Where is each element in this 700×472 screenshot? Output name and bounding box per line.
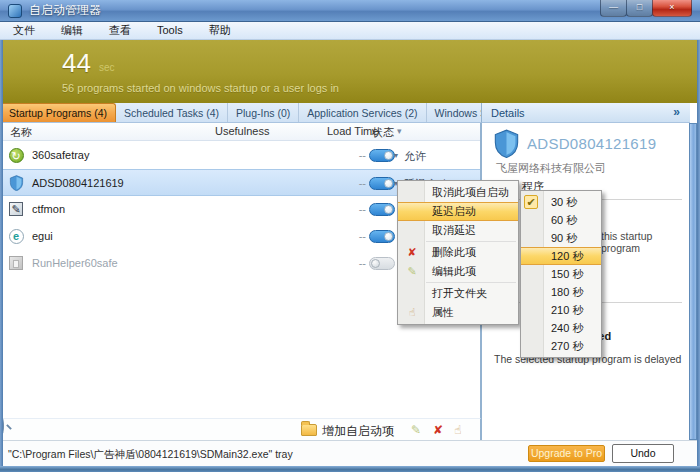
details-shield-icon <box>493 129 520 158</box>
column-name[interactable]: 名称 <box>10 125 32 140</box>
title-bar[interactable]: 自启动管理器 — □ × <box>0 0 700 22</box>
details-item-name: ADSD0804121619 <box>527 135 656 152</box>
delay-submenu: ✔30 秒 60 秒 90 秒 120 秒 150 秒 180 秒 210 秒 … <box>520 190 602 358</box>
list-footer-toolbar: 增加自启动项 ✎ ✘ ☝ <box>0 418 481 440</box>
delay-option-30s[interactable]: ✔30 秒 <box>521 193 601 211</box>
maximize-button[interactable]: □ <box>626 0 653 17</box>
360safetray-icon: ↻ <box>9 148 24 163</box>
shield-icon <box>9 175 24 191</box>
edit-pencil-icon: ✎ <box>404 262 420 281</box>
delete-x-icon: ✘ <box>404 243 420 262</box>
ctfmon-icon: ✎ <box>9 202 23 216</box>
runhelper-icon <box>9 256 23 270</box>
egui-icon: e <box>9 229 24 244</box>
row-name: RunHelper60safe <box>32 257 118 269</box>
context-menu: 取消此项自启动 延迟启动 取消延迟 ✘删除此项 ✎编辑此项 打开文件夹 ☝属性 <box>397 180 519 325</box>
status-bar: "C:\Program Files\广告神盾\0804121619\SDMain… <box>0 440 700 466</box>
delay-option-60s[interactable]: 60 秒 <box>521 211 601 229</box>
menu-help[interactable]: 帮助 <box>196 22 244 39</box>
menu-separator <box>426 282 516 283</box>
details-scrollbar[interactable] <box>689 123 697 440</box>
startup-seconds: 44 <box>62 48 91 79</box>
menu-edit-item[interactable]: ✎编辑此项 <box>398 262 518 281</box>
properties-hand-icon[interactable]: ☝ <box>450 422 466 438</box>
enable-toggle[interactable] <box>369 177 395 190</box>
row-name: egui <box>32 230 53 242</box>
menu-bar: 文件 编辑 查看 Tools 帮助 <box>0 22 700 40</box>
delay-option-210s[interactable]: 210 秒 <box>521 301 601 319</box>
row-load-time: -- <box>350 230 366 242</box>
menu-delete-item[interactable]: ✘删除此项 <box>398 243 518 262</box>
row-name: ctfmon <box>32 203 65 215</box>
undo-changes-button[interactable]: Undo Changes <box>612 444 674 463</box>
row-load-time: -- <box>350 257 366 269</box>
list-header: 名称 Usefulness Load Time 状态 ▾ <box>0 123 480 141</box>
window-border-bottom <box>0 466 700 472</box>
check-icon: ✔ <box>524 195 538 209</box>
minimize-button[interactable]: — <box>600 0 627 17</box>
menu-separator <box>426 241 516 242</box>
menu-properties[interactable]: ☝属性 <box>398 303 518 322</box>
enable-toggle[interactable] <box>369 149 395 162</box>
delete-item-icon[interactable]: ✘ <box>430 422 446 438</box>
window-title: 自启动管理器 <box>29 2 101 19</box>
tab-scheduled-tasks[interactable]: Scheduled Tasks (4) <box>116 103 228 122</box>
enable-toggle[interactable] <box>369 203 395 216</box>
menu-edit[interactable]: 编辑 <box>48 22 96 39</box>
menu-delay-start[interactable]: 延迟启动 <box>398 202 518 221</box>
tab-startup-programs[interactable]: Startup Programs (4) <box>0 103 116 122</box>
tab-strip: Startup Programs (4) Scheduled Tasks (4)… <box>0 103 481 123</box>
column-status[interactable]: 状态 <box>372 125 394 140</box>
upgrade-to-pro-button[interactable]: Upgrade to Pro <box>528 445 605 462</box>
status-filter-caret-icon[interactable]: ▾ <box>397 126 402 136</box>
status-caret-icon[interactable]: ▾ <box>394 151 398 160</box>
delay-option-120s[interactable]: 120 秒 <box>521 247 601 265</box>
details-title: Details <box>491 107 525 119</box>
list-row-360safetray[interactable]: ↻ 360safetray -- ▾ 允许 <box>0 142 480 169</box>
banner-subtitle: 56 programs started on windows startup o… <box>62 82 339 94</box>
delay-option-150s[interactable]: 150 秒 <box>521 265 601 283</box>
row-load-time: -- <box>350 149 366 161</box>
startup-time-banner: 44 sec 56 programs started on windows st… <box>0 40 700 103</box>
row-load-time: -- <box>350 177 366 189</box>
menu-cancel-delay[interactable]: 取消延迟 <box>398 221 518 240</box>
row-load-time: -- <box>350 203 366 215</box>
row-name: 360safetray <box>32 149 89 161</box>
menu-view[interactable]: 查看 <box>96 22 144 39</box>
details-company: 飞屋网络科技有限公司 <box>496 161 606 176</box>
menu-open-folder[interactable]: 打开文件夹 <box>398 284 518 303</box>
menu-cancel-autostart[interactable]: 取消此项自启动 <box>398 183 518 202</box>
add-startup-item-button[interactable]: 增加自启动项 <box>322 423 394 440</box>
details-header: Details » <box>481 103 690 123</box>
delay-option-270s[interactable]: 270 秒 <box>521 337 601 355</box>
tab-plug-ins[interactable]: Plug-Ins (0) <box>228 103 299 122</box>
app-icon <box>8 4 22 18</box>
add-folder-icon[interactable] <box>301 424 317 436</box>
details-rating-text: this startup program <box>601 230 690 254</box>
delay-option-180s[interactable]: 180 秒 <box>521 283 601 301</box>
row-name: ADSD0804121619 <box>32 177 124 189</box>
delay-option-240s[interactable]: 240 秒 <box>521 319 601 337</box>
enable-toggle[interactable] <box>369 230 395 243</box>
startup-seconds-unit: sec <box>99 62 115 73</box>
column-load-time[interactable]: Load Time <box>327 125 378 137</box>
tab-application-services[interactable]: Application Services (2) <box>299 103 426 122</box>
menu-file[interactable]: 文件 <box>0 22 48 39</box>
menu-tools[interactable]: Tools <box>144 22 196 39</box>
window-border-left <box>0 40 3 466</box>
close-button[interactable]: × <box>652 0 692 17</box>
app-window: 自启动管理器 — □ × 文件 编辑 查看 Tools 帮助 44 sec 56… <box>0 0 700 472</box>
edit-item-icon[interactable]: ✎ <box>408 422 424 438</box>
properties-hand-icon: ☝ <box>404 303 420 322</box>
delay-option-90s[interactable]: 90 秒 <box>521 229 601 247</box>
column-usefulness[interactable]: Usefulness <box>215 125 269 137</box>
row-status: 允许 <box>404 149 426 164</box>
enable-toggle[interactable] <box>369 257 395 270</box>
collapse-panel-icon[interactable]: » <box>673 105 680 119</box>
selected-item-path: "C:\Program Files\广告神盾\0804121619\SDMain… <box>8 448 293 462</box>
